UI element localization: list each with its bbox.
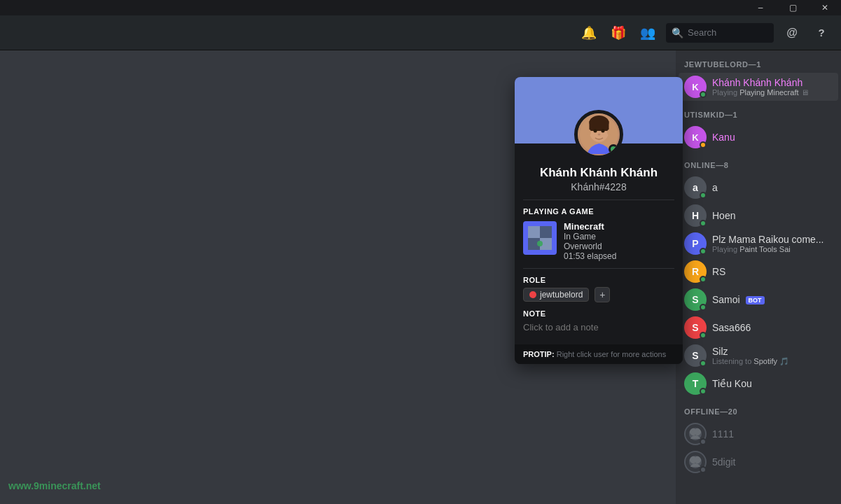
popup-protip: PROTIP: Right click user for more action… <box>515 344 683 364</box>
playing-label: PLAYING A GAME <box>523 207 674 216</box>
member-name: RS <box>712 266 833 277</box>
note-label: NOTE <box>523 309 674 318</box>
svg-point-10 <box>597 133 600 135</box>
member-name: 1111 <box>712 428 833 440</box>
member-name: Silz <box>712 346 833 357</box>
game-state1: In Game <box>564 232 674 241</box>
svg-point-6 <box>587 130 591 135</box>
avatar: S <box>684 316 707 339</box>
avatar: P <box>684 232 707 255</box>
search-icon: 🔍 <box>672 27 683 38</box>
popup-username: Khánh Khánh Khánh <box>523 166 674 180</box>
member-info: Khánh Khánh Khánh Playing Playing Minecr… <box>712 77 833 97</box>
member-info: Kanu <box>712 132 833 143</box>
popup-divider <box>523 200 674 200</box>
avatar <box>684 451 707 473</box>
popup-divider2 <box>523 268 674 269</box>
member-name: Sasa666 <box>712 322 833 333</box>
list-item[interactable]: S Samoi BOT <box>679 286 838 314</box>
avatar: H <box>684 204 707 227</box>
titlebar: – ▢ ✕ <box>0 0 841 15</box>
popup-status-indicator <box>609 144 618 154</box>
status-dot <box>700 192 707 199</box>
svg-point-9 <box>601 129 604 132</box>
game-elapsed: 01:53 elapsed <box>564 251 674 261</box>
status-dot <box>700 304 707 311</box>
maximize-button[interactable]: ▢ <box>777 0 809 15</box>
svg-point-8 <box>593 129 597 132</box>
avatar: R <box>684 260 707 283</box>
section-utismkid: UTISMKID—1 <box>676 101 841 123</box>
status-dot-idle <box>700 141 707 148</box>
member-name: a <box>712 182 833 193</box>
bell-icon[interactable]: 🔔 <box>578 22 600 44</box>
game-details: Minecraft In Game Overworld 01:53 elapse… <box>564 221 674 261</box>
minimize-button[interactable]: – <box>744 0 777 15</box>
profile-popup: Khánh Khánh Khánh Khánh#4228 PLAYING A G… <box>515 77 683 364</box>
member-status: Playing Paint Tools Sai <box>712 245 833 253</box>
svg-point-7 <box>607 130 611 135</box>
status-dot <box>700 360 707 367</box>
section-offline: OFFLINE—20 <box>676 398 841 420</box>
member-status: Listening to Spotify 🎵 <box>712 357 833 366</box>
svg-point-16 <box>537 241 543 246</box>
member-name: 5digit <box>712 456 833 468</box>
member-name: Plz Mama Raikou come... <box>712 234 833 245</box>
list-item[interactable]: K Khánh Khánh Khánh Playing Playing Mine… <box>679 73 838 101</box>
status-dot-offline <box>700 466 707 473</box>
role-name: jewtubelord <box>540 290 583 300</box>
status-dot-online <box>700 91 707 98</box>
protip-label: PROTIP: <box>523 350 555 358</box>
help-icon[interactable]: ? <box>810 22 833 44</box>
list-item[interactable]: K Kanu <box>679 123 838 151</box>
member-name: Kanu <box>712 132 833 143</box>
list-item[interactable]: R RS <box>679 258 838 286</box>
note-input[interactable] <box>523 322 674 332</box>
svg-rect-5 <box>589 121 609 131</box>
member-info: Tiều Kou <box>712 378 833 389</box>
roles-container: jewtubelord + <box>523 287 674 302</box>
list-item[interactable]: P Plz Mama Raikou come... Playing Paint … <box>679 230 838 258</box>
member-list-sidebar: JEWTUBELORD—1 K Khánh Khánh Khánh Playin… <box>676 50 841 504</box>
member-info: Sasa666 <box>712 322 833 333</box>
list-item[interactable]: T Tiều Kou <box>679 370 838 398</box>
member-info: Plz Mama Raikou come... Playing Paint To… <box>712 234 833 253</box>
svg-rect-15 <box>540 226 552 238</box>
game-block: Minecraft In Game Overworld 01:53 elapse… <box>523 221 674 261</box>
popup-banner <box>515 77 683 144</box>
search-input[interactable] <box>688 27 768 38</box>
game-state2: Overworld <box>564 241 674 251</box>
popup-discriminator: Khánh#4228 <box>523 181 674 192</box>
list-item[interactable]: a a <box>679 174 838 202</box>
gift-icon[interactable]: 🎁 <box>607 22 630 44</box>
member-name: Tiều Kou <box>712 378 833 389</box>
list-item[interactable]: S Sasa666 <box>679 314 838 342</box>
member-info: Samoi BOT <box>712 294 833 305</box>
member-info: 5digit <box>712 456 833 468</box>
member-info: RS <box>712 266 833 277</box>
member-name: Hoen <box>712 210 833 221</box>
list-item[interactable]: 1111 <box>679 420 838 448</box>
close-button[interactable]: ✕ <box>809 0 841 15</box>
list-item[interactable]: 5digit <box>679 448 838 476</box>
status-dot <box>700 332 707 339</box>
game-title: Minecraft <box>564 221 674 232</box>
avatar: K <box>684 76 707 98</box>
popup-avatar <box>574 110 623 159</box>
role-tag: jewtubelord <box>523 288 589 302</box>
avatar: S <box>684 344 707 367</box>
add-role-button[interactable]: + <box>595 287 610 302</box>
section-online: ONLINE—8 <box>676 151 841 174</box>
member-info: Hoen <box>712 210 833 221</box>
popup-body: Khánh Khánh Khánh Khánh#4228 PLAYING A G… <box>515 144 683 342</box>
member-status: Playing Playing Minecraft 🖥 <box>712 88 833 97</box>
list-item[interactable]: S Silz Listening to Spotify 🎵 <box>679 342 838 370</box>
bot-badge: BOT <box>746 296 765 304</box>
at-icon[interactable]: @ <box>781 22 803 44</box>
role-dot <box>529 291 536 298</box>
avatar: S <box>684 288 707 311</box>
list-item[interactable]: H Hoen <box>679 202 838 230</box>
protip-text: Right click user for more actions <box>557 350 667 358</box>
search-box[interactable]: 🔍 <box>666 23 774 43</box>
people-icon[interactable]: 👥 <box>637 22 659 44</box>
